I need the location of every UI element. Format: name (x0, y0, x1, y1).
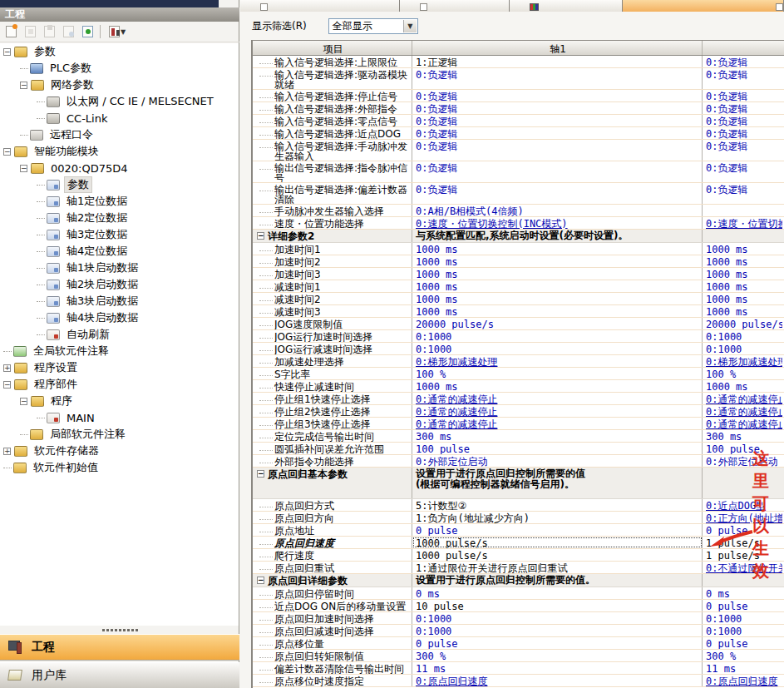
axis1-value-cell[interactable]: 0:原点回归速度 (412, 675, 703, 686)
tree-item-ethernet-ccie-melsecnet[interactable]: 以太网 / CC IE / MELSECNET (0, 93, 239, 110)
tree-item-intelligent-module[interactable]: −智能功能模块 (0, 143, 239, 160)
axis1-value-cell[interactable]: 300 ms (412, 430, 703, 442)
axis2-value-cell[interactable]: 0 ms (703, 587, 782, 599)
paste-icon[interactable] (41, 23, 57, 40)
axis1-value-cell[interactable]: 0:负逻辑 (412, 183, 703, 204)
axis1-value-cell[interactable]: 0:通常的减速停止 (412, 405, 703, 417)
axis1-value-cell[interactable]: 1:负方向(地址减少方向) (412, 512, 703, 523)
axis1-value-cell[interactable]: 0:1000 (412, 612, 703, 624)
tree-item-device-initial-value[interactable]: 软元件初始值 (0, 459, 239, 476)
axis1-value-cell[interactable]: 1000 ms (412, 280, 703, 292)
axis2-value-cell[interactable]: 1000 ms (703, 305, 782, 317)
axis2-value-cell[interactable]: 0:负逻辑 (703, 115, 782, 126)
axis2-value-cell[interactable]: 300 ms (703, 430, 782, 442)
axis1-value-cell[interactable]: 0:1000 (412, 625, 703, 636)
axis2-value-cell[interactable]: 1000 ms (703, 268, 782, 280)
axis2-value-cell[interactable]: 0:负逻辑 (703, 140, 782, 161)
collapse-icon[interactable]: − (257, 232, 264, 240)
axis1-value-cell[interactable]: 1000 pulse/s (412, 549, 703, 561)
document-tab[interactable] (510, 0, 623, 12)
tree-item-parameter-root[interactable]: −参数 (0, 43, 239, 60)
axis2-value-cell[interactable]: 100 % (703, 368, 782, 379)
axis2-value-cell[interactable]: 1000 ms (703, 280, 782, 292)
tree-item-axis3-positioning-data[interactable]: 轴3定位数据 (0, 226, 239, 243)
axis1-value-cell[interactable]: 0:外部定位启动 (412, 455, 703, 467)
tree-item-axis3-block-start-data[interactable]: 轴3块启动数据 (0, 293, 239, 309)
tree-item-module-parameter[interactable]: 参数 (0, 176, 239, 193)
axis2-value-cell[interactable]: 0 pulse (703, 600, 782, 611)
axis1-value-cell[interactable]: 1:正逻辑 (412, 56, 703, 67)
axis2-value-cell[interactable]: 0:通常的减速停止 (703, 393, 782, 404)
tree-item-axis4-block-start-data[interactable]: 轴4块启动数据 (0, 309, 239, 326)
axis2-value-cell[interactable]: 0:通常的减速停止 (703, 418, 782, 429)
axis2-value-cell[interactable]: 1000 ms (703, 380, 782, 392)
axis2-value-cell[interactable]: 1000 ms (703, 255, 782, 267)
axis1-value-cell[interactable]: 0:负逻辑 (412, 127, 703, 139)
axis2-value-cell[interactable]: 0 pulse (703, 637, 782, 649)
tree-item-axis1-positioning-data[interactable]: 轴1定位数据 (0, 193, 239, 210)
axis1-value-cell[interactable]: 11 ms (412, 662, 703, 674)
active-document-tab[interactable] (623, 0, 784, 12)
collapse-icon[interactable]: − (20, 82, 27, 89)
copy-icon[interactable] (22, 23, 38, 40)
axis1-value-cell[interactable]: 0:负逻辑 (412, 90, 703, 101)
module-tool-icon[interactable]: ▼ (105, 23, 130, 40)
axis2-value-cell[interactable]: 1000 ms (703, 293, 782, 304)
collapse-icon[interactable]: − (20, 165, 27, 172)
tree-item-device-memory[interactable]: +软元件存储器 (0, 443, 239, 459)
axis1-value-cell[interactable]: 0:A相/B相模式(4倍频) (412, 205, 703, 216)
axis1-value-cell[interactable]: 0:负逻辑 (412, 102, 703, 114)
axis1-value-cell[interactable]: 0:负逻辑 (412, 115, 703, 126)
project-button[interactable]: 工程 (0, 634, 239, 661)
tree-item-axis2-block-start-data[interactable]: 轴2块启动数据 (0, 276, 239, 293)
axis1-value-cell[interactable]: 5:计数型② (412, 499, 703, 511)
tree-item-main-program[interactable]: MAIN (0, 409, 239, 426)
user-library-button[interactable]: 用户库 (0, 662, 239, 688)
collapse-icon[interactable]: − (3, 48, 11, 56)
axis1-value-cell[interactable]: 0:1000 (412, 343, 703, 354)
tree-item-local-device-comment[interactable]: 局部软元件注释 (0, 426, 239, 443)
expand-icon[interactable]: + (3, 448, 11, 455)
tree-item-axis1-block-start-data[interactable]: 轴1块启动数据 (0, 260, 239, 276)
axis2-value-cell[interactable]: 300 % (703, 650, 782, 661)
axis2-value-cell[interactable]: 0:通常的减速停止 (703, 405, 782, 417)
tree-item-plc-parameter[interactable]: PLC参数 (0, 60, 239, 77)
axis2-value-cell[interactable]: 0:1000 (703, 612, 782, 624)
axis2-value-cell[interactable]: 0:负逻辑 (703, 161, 782, 182)
axis1-value-cell[interactable]: 0:负逻辑 (412, 161, 703, 182)
collapse-icon[interactable]: − (3, 148, 11, 156)
axis1-value-cell[interactable]: 0:梯形加减速处理 (412, 355, 703, 367)
axis1-value-cell[interactable]: 0 pulse (412, 524, 703, 536)
axis2-value-cell[interactable]: 0:负逻辑 (703, 183, 782, 204)
axis2-value-cell[interactable]: 0:梯形加减速处理 (703, 355, 782, 367)
tree-item-auto-refresh[interactable]: 自动刷新 (0, 326, 239, 343)
tree-item-program-setting[interactable]: +程序设置 (0, 359, 239, 376)
axis2-value-cell[interactable]: 0:负逻辑 (703, 56, 782, 67)
tree-item-axis2-positioning-data[interactable]: 轴2定位数据 (0, 210, 239, 226)
tree-item-module-0020-qd75d4[interactable]: −0020:QD75D4 (0, 160, 239, 176)
collapse-icon[interactable]: − (20, 398, 27, 405)
axis1-value-cell[interactable]: 1000 ms (412, 243, 703, 255)
axis2-value-cell[interactable]: 1000 ms (703, 243, 782, 255)
axis1-value-cell[interactable]: 20000 pulse/s (412, 318, 703, 329)
axis2-value-cell[interactable]: 0:负逻辑 (703, 102, 782, 114)
axis1-value-cell[interactable]: 0:1000 (412, 330, 703, 342)
axis1-value-cell[interactable]: 1000 ms (412, 268, 703, 280)
splitter-grip[interactable] (0, 626, 239, 634)
display-filter-select[interactable]: 全部显示 ▼ (328, 18, 418, 34)
axis1-value-cell[interactable]: 1000 ms (412, 380, 703, 392)
document-tab[interactable] (240, 0, 400, 12)
axis2-value-cell[interactable]: 0:1000 (703, 625, 782, 636)
axis2-value-cell[interactable] (703, 205, 782, 216)
axis2-value-cell[interactable]: 0:原点回归速度 (703, 675, 782, 686)
collapse-icon[interactable]: − (257, 470, 264, 478)
axis2-value-cell[interactable]: 11 ms (703, 662, 782, 674)
refresh-icon[interactable] (79, 23, 96, 40)
axis1-value-cell[interactable]: 0:负逻辑 (412, 140, 703, 161)
collapse-icon[interactable]: − (3, 381, 11, 389)
axis1-value-cell[interactable]: 1000 ms (412, 293, 703, 304)
tree-item-pou[interactable]: −程序部件 (0, 376, 239, 393)
new-window-icon[interactable] (2, 23, 19, 40)
axis2-value-cell[interactable]: 0:1000 (703, 343, 782, 354)
axis1-value-cell[interactable]: 0 pulse (412, 637, 703, 649)
